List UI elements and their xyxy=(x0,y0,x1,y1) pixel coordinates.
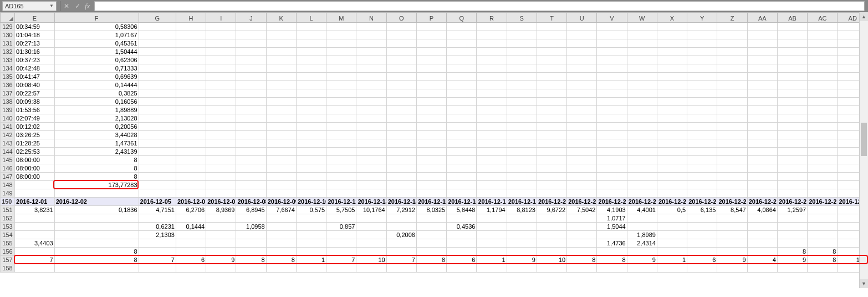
cell-J152[interactable] xyxy=(236,214,266,223)
cell-R157[interactable]: 1 xyxy=(477,256,507,264)
cell-Z145[interactable] xyxy=(717,156,747,164)
cell-Z131[interactable] xyxy=(717,39,747,48)
cell-X141[interactable] xyxy=(657,123,687,131)
cell-AC130[interactable] xyxy=(808,31,838,39)
cell-W131[interactable] xyxy=(627,39,657,48)
cell-R132[interactable] xyxy=(477,48,507,56)
row-header-129[interactable]: 129 xyxy=(1,23,15,31)
cell-AC158[interactable] xyxy=(808,264,838,273)
cell-L142[interactable] xyxy=(296,131,326,139)
cell-Y147[interactable] xyxy=(687,173,717,181)
cell-N129[interactable] xyxy=(356,23,386,31)
cell-J155[interactable] xyxy=(236,239,266,248)
cell-Z141[interactable] xyxy=(717,123,747,131)
cell-H136[interactable] xyxy=(176,81,206,89)
cell-W137[interactable] xyxy=(627,89,657,98)
cell-E147[interactable]: 08:00:00 xyxy=(15,173,55,181)
cell-AA155[interactable] xyxy=(747,239,777,248)
cell-V134[interactable] xyxy=(597,64,627,73)
cell-AC156[interactable]: 8 xyxy=(808,248,838,256)
cell-U156[interactable] xyxy=(567,248,597,256)
cell-Y156[interactable] xyxy=(687,248,717,256)
cell-AC146[interactable] xyxy=(808,164,838,173)
cell-R150[interactable]: 2016-12-1 xyxy=(477,198,507,206)
cell-AB136[interactable] xyxy=(777,81,807,89)
cell-H138[interactable] xyxy=(176,98,206,106)
cell-V157[interactable]: 8 xyxy=(597,256,627,264)
cell-O148[interactable] xyxy=(386,181,416,189)
cell-N150[interactable]: 2016-12-13 xyxy=(356,198,386,206)
cell-V133[interactable] xyxy=(597,56,627,64)
cell-U142[interactable] xyxy=(567,131,597,139)
cell-M144[interactable] xyxy=(326,148,356,156)
cell-O141[interactable] xyxy=(386,123,416,131)
cell-S143[interactable] xyxy=(507,139,537,148)
cell-R158[interactable] xyxy=(477,264,507,273)
cell-K131[interactable] xyxy=(266,39,296,48)
cell-G143[interactable] xyxy=(139,139,176,148)
cell-M129[interactable] xyxy=(326,23,356,31)
cell-T141[interactable] xyxy=(537,123,566,131)
cell-N141[interactable] xyxy=(356,123,386,131)
cell-V138[interactable] xyxy=(597,98,627,106)
cell-F157[interactable]: 8 xyxy=(54,256,139,264)
cell-P134[interactable] xyxy=(416,64,446,73)
cell-J146[interactable] xyxy=(236,164,266,173)
cell-X135[interactable] xyxy=(657,73,687,81)
cell-N148[interactable] xyxy=(356,181,386,189)
cell-O156[interactable] xyxy=(386,248,416,256)
cell-Y132[interactable] xyxy=(687,48,717,56)
cell-E146[interactable]: 08:00:00 xyxy=(15,164,55,173)
cell-K154[interactable] xyxy=(266,231,296,239)
cell-E136[interactable]: 00:08:40 xyxy=(15,81,55,89)
vertical-scrollbar[interactable]: ▲ ▼ xyxy=(859,12,868,288)
cell-Q129[interactable] xyxy=(447,23,477,31)
cell-Q134[interactable] xyxy=(447,64,477,73)
cell-R146[interactable] xyxy=(477,164,507,173)
cell-V148[interactable] xyxy=(597,181,627,189)
cell-G133[interactable] xyxy=(139,56,176,64)
cell-G135[interactable] xyxy=(139,73,176,81)
cell-V143[interactable] xyxy=(597,139,627,148)
cell-M134[interactable] xyxy=(326,64,356,73)
cell-V151[interactable]: 4,1903 xyxy=(597,206,627,214)
cell-E135[interactable]: 00:41:47 xyxy=(15,73,55,81)
cell-V131[interactable] xyxy=(597,39,627,48)
cell-I149[interactable] xyxy=(206,189,236,198)
cell-AB147[interactable] xyxy=(777,173,807,181)
cell-F129[interactable]: 0,58306 xyxy=(54,23,139,31)
cell-AC140[interactable] xyxy=(808,114,838,123)
cell-AA153[interactable] xyxy=(747,223,777,231)
cell-AC154[interactable] xyxy=(808,231,838,239)
cell-Z155[interactable] xyxy=(717,239,747,248)
cell-V136[interactable] xyxy=(597,81,627,89)
cell-K137[interactable] xyxy=(266,89,296,98)
cell-N155[interactable] xyxy=(356,239,386,248)
cell-H133[interactable] xyxy=(176,56,206,64)
cell-L151[interactable]: 0,575 xyxy=(296,206,326,214)
cell-R143[interactable] xyxy=(477,139,507,148)
cell-AB148[interactable] xyxy=(777,181,807,189)
cell-N136[interactable] xyxy=(356,81,386,89)
row-header-141[interactable]: 141 xyxy=(1,123,15,131)
cell-E151[interactable]: 3,8231 xyxy=(15,206,55,214)
cell-T153[interactable] xyxy=(537,223,566,231)
cell-F137[interactable]: 0,3825 xyxy=(54,89,139,98)
cell-E150[interactable]: 2016-12-01 xyxy=(15,198,55,206)
row-header-154[interactable]: 154 xyxy=(1,231,15,239)
cell-Q136[interactable] xyxy=(447,81,477,89)
cell-N130[interactable] xyxy=(356,31,386,39)
cell-AB143[interactable] xyxy=(777,139,807,148)
cell-U146[interactable] xyxy=(567,164,597,173)
cell-AA146[interactable] xyxy=(747,164,777,173)
cell-T149[interactable] xyxy=(537,189,566,198)
cell-V152[interactable]: 1,0717 xyxy=(597,214,627,223)
cell-F136[interactable]: 0,14444 xyxy=(54,81,139,89)
cell-Y131[interactable] xyxy=(687,39,717,48)
cell-Z154[interactable] xyxy=(717,231,747,239)
cell-M133[interactable] xyxy=(326,56,356,64)
cell-G157[interactable]: 7 xyxy=(139,256,176,264)
cell-N135[interactable] xyxy=(356,73,386,81)
cell-J143[interactable] xyxy=(236,139,266,148)
cell-L143[interactable] xyxy=(296,139,326,148)
